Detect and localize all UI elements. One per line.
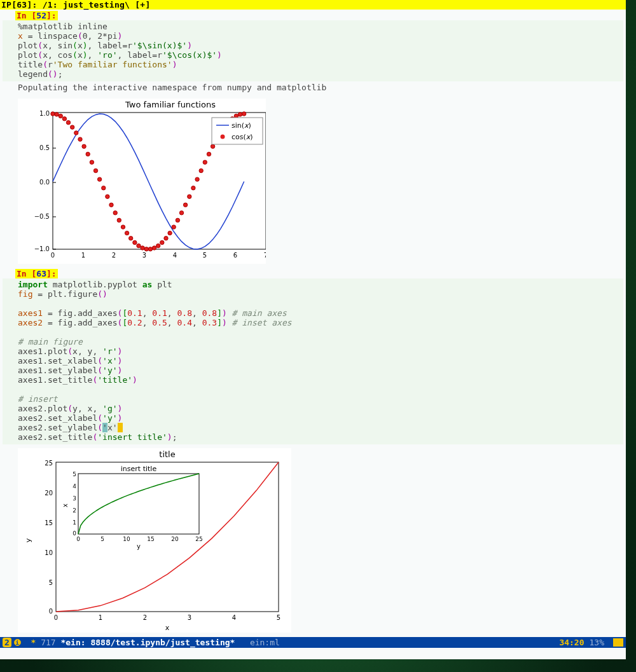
svg-text:20: 20: [171, 536, 179, 542]
svg-point-39: [129, 237, 133, 240]
svg-text:y: y: [24, 538, 32, 542]
code-input[interactable]: import matplotlib.pyplot as plt fig = pl…: [3, 278, 623, 444]
svg-text:5: 5: [100, 536, 104, 542]
svg-point-20: [55, 113, 59, 116]
svg-text:6: 6: [233, 252, 237, 259]
svg-text:0: 0: [49, 608, 53, 615]
svg-text:1.0: 1.0: [39, 110, 50, 117]
buffer-name: *ein: 8888/test.ipynb/just_testing*: [60, 638, 235, 647]
svg-point-56: [195, 177, 199, 181]
svg-text:15: 15: [147, 536, 154, 542]
svg-text:0.0: 0.0: [39, 179, 50, 186]
svg-text:3: 3: [142, 252, 146, 259]
svg-point-23: [66, 121, 70, 125]
modeline-end-cap: [613, 638, 623, 647]
state-indicator-icon: i: [14, 639, 21, 646]
svg-text:x: x: [62, 504, 69, 507]
svg-point-30: [93, 168, 97, 172]
svg-text:4: 4: [173, 252, 177, 259]
svg-point-49: [168, 231, 172, 235]
svg-point-57: [199, 168, 203, 172]
tab-label: IP[63]: /1: just_testing\ [+]: [1, 0, 151, 10]
code-input[interactable]: %matplotlib inline x = linspace(0, 2*pi)…: [3, 20, 623, 81]
svg-text:y: y: [137, 543, 141, 550]
plot-title-inset: title 25 20 15 10 5 0 y 0 1 2: [18, 448, 291, 633]
svg-point-35: [113, 211, 117, 215]
svg-text:x: x: [165, 624, 170, 632]
svg-point-33: [106, 195, 109, 198]
svg-point-26: [78, 137, 82, 141]
svg-text:5: 5: [73, 471, 76, 477]
svg-text:2: 2: [143, 614, 147, 621]
svg-text:2: 2: [73, 507, 76, 514]
svg-point-37: [121, 225, 125, 229]
svg-text:5: 5: [203, 252, 207, 259]
svg-point-19: [51, 112, 55, 116]
svg-point-40: [133, 240, 137, 244]
svg-text:−1.0: −1.0: [34, 245, 50, 252]
scroll-percent: 13%: [590, 638, 604, 647]
cell-prompt: In [52]:: [15, 11, 58, 20]
svg-point-52: [179, 211, 183, 215]
svg-text:5: 5: [49, 579, 53, 586]
svg-point-38: [125, 231, 128, 235]
cell-prompt: In [63]:: [15, 269, 58, 278]
svg-point-53: [183, 203, 187, 207]
svg-point-68: [242, 112, 246, 116]
cell-2[interactable]: In [63]: import matplotlib.pyplot as plt…: [0, 268, 626, 636]
svg-text:10: 10: [123, 536, 130, 542]
svg-point-55: [191, 186, 195, 190]
svg-point-46: [156, 243, 160, 247]
chart-title: title: [159, 449, 175, 459]
svg-text:5: 5: [277, 614, 280, 621]
mode-line: 2 i * 717 *ein: 8888/test.ipynb/just_tes…: [0, 637, 626, 648]
svg-point-24: [71, 125, 74, 129]
svg-text:0.5: 0.5: [39, 144, 50, 151]
window-number-badge: 2: [3, 638, 11, 647]
editor-pane[interactable]: IP[63]: /1: just_testing\ [+] In [52]: %…: [0, 0, 626, 637]
svg-text:1: 1: [81, 252, 85, 259]
svg-point-41: [137, 243, 141, 247]
cell-1[interactable]: In [52]: %matplotlib inline x = linspace…: [0, 10, 626, 268]
svg-point-50: [172, 225, 176, 229]
svg-text:4: 4: [73, 483, 76, 490]
svg-point-29: [90, 160, 93, 164]
svg-point-54: [188, 195, 191, 198]
tab-bar[interactable]: IP[63]: /1: just_testing\ [+]: [0, 0, 626, 10]
svg-point-72: [221, 135, 225, 139]
svg-point-22: [62, 117, 66, 121]
svg-text:20: 20: [45, 490, 53, 497]
svg-text:sin(x): sin(x): [232, 121, 251, 130]
svg-point-34: [109, 203, 113, 207]
svg-point-32: [102, 186, 106, 190]
svg-point-45: [152, 246, 156, 250]
minibuffer[interactable]: [0, 648, 626, 659]
svg-text:insert title: insert title: [121, 465, 157, 473]
svg-point-42: [141, 246, 144, 250]
svg-point-43: [144, 247, 148, 251]
svg-point-31: [97, 177, 101, 181]
svg-text:15: 15: [45, 519, 53, 526]
cursor-position: 34:20: [559, 638, 584, 647]
svg-text:1: 1: [99, 614, 102, 621]
svg-point-60: [211, 144, 214, 148]
svg-point-51: [176, 218, 179, 222]
svg-text:2: 2: [112, 252, 116, 259]
svg-text:25: 25: [45, 460, 53, 467]
chart-title: Two familiar functions: [125, 100, 216, 109]
svg-point-67: [238, 113, 242, 116]
svg-text:0: 0: [76, 536, 80, 542]
svg-point-36: [117, 218, 121, 222]
svg-rect-89: [78, 474, 199, 534]
svg-point-25: [74, 131, 78, 135]
svg-text:1: 1: [73, 519, 76, 526]
svg-text:3: 3: [188, 614, 191, 621]
major-mode: ein:ml: [250, 638, 280, 647]
stdout: Populating the interactive namespace fro…: [3, 81, 623, 95]
svg-text:25: 25: [195, 536, 202, 542]
svg-point-59: [207, 152, 211, 156]
svg-text:cos(x): cos(x): [232, 133, 253, 141]
svg-text:−0.5: −0.5: [34, 213, 50, 220]
svg-point-58: [203, 160, 207, 164]
svg-point-44: [148, 247, 152, 251]
